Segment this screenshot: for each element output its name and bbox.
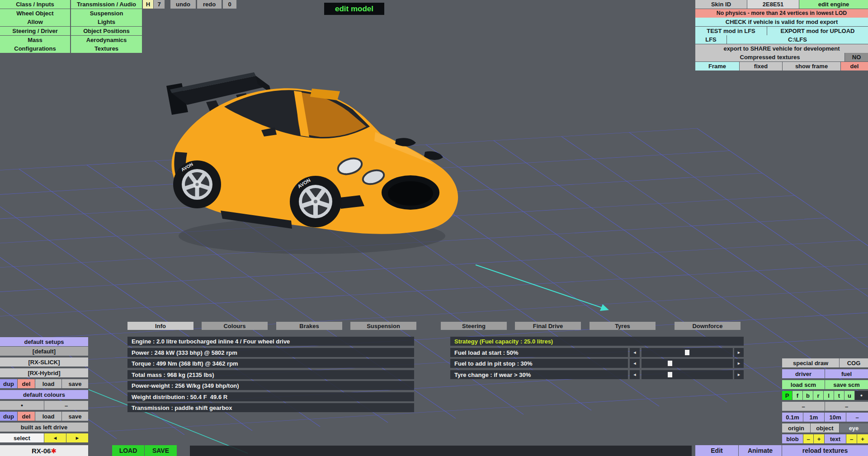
layer-toggle-u[interactable]: u	[844, 391, 854, 400]
text-plus-button[interactable]: +	[857, 434, 868, 443]
menu-textures[interactable]: Textures	[71, 44, 142, 53]
fuel-pit-decrease-button[interactable]: ◄	[630, 359, 640, 368]
vehicle-model[interactable]: AVON AVON	[163, 63, 470, 262]
text-button[interactable]: text	[825, 434, 846, 443]
blob-plus-button[interactable]: +	[814, 434, 824, 443]
fuel-pit-increase-button[interactable]: ►	[734, 359, 744, 368]
frame-button[interactable]: Frame	[695, 62, 739, 71]
tab-downforce[interactable]: Downforce	[675, 322, 741, 330]
menu-class-inputs[interactable]: Class / Inputs	[0, 0, 70, 9]
colour-dot-button[interactable]: ●	[0, 401, 44, 410]
slider-handle[interactable]	[668, 361, 672, 366]
setup-del-button[interactable]: del	[18, 379, 35, 388]
menu-suspension[interactable]: Suspension	[71, 9, 142, 18]
grid-size-0-1m[interactable]: 0.1m	[782, 413, 803, 422]
load-scm-button[interactable]: load scm	[782, 380, 825, 389]
load-vehicle-button[interactable]: LOAD	[112, 445, 144, 456]
menu-lights[interactable]: Lights	[71, 18, 142, 26]
test-mod-button[interactable]: TEST mod in LFS	[695, 27, 767, 35]
share-export-button[interactable]: export to SHARE vehicle for development	[695, 44, 868, 53]
frame-fixed-button[interactable]: fixed	[740, 62, 782, 71]
tab-final-drive[interactable]: Final Drive	[515, 322, 581, 330]
frame-delete-button[interactable]: del	[841, 62, 868, 71]
slider-handle[interactable]	[685, 350, 689, 355]
fuel-start-increase-button[interactable]: ►	[734, 348, 744, 357]
tyre-change-increase-button[interactable]: ►	[734, 370, 744, 379]
colour-load-button[interactable]: load	[35, 412, 61, 421]
menu-aerodynamics[interactable]: Aerodynamics	[71, 36, 142, 44]
special-draw-button[interactable]: special draw	[782, 358, 839, 367]
dash-right-button[interactable]: –	[825, 402, 868, 411]
menu-configurations[interactable]: Configurations	[0, 44, 70, 53]
default-colours-header[interactable]: default colours	[0, 390, 88, 399]
view-eye-button[interactable]: eye	[840, 423, 868, 432]
menu-steering-driver[interactable]: Steering / Driver	[0, 27, 70, 35]
tab-suspension[interactable]: Suspension	[350, 322, 416, 330]
layer-toggle-r[interactable]: r	[813, 391, 823, 400]
layer-toggle-t[interactable]: t	[834, 391, 844, 400]
tab-brakes[interactable]: Brakes	[276, 322, 342, 330]
colour-del-button[interactable]: del	[18, 412, 35, 421]
edit-engine-button[interactable]: edit engine	[799, 0, 868, 9]
fuel-pit-slider[interactable]	[642, 359, 733, 368]
edit-mode-button[interactable]: Edit	[695, 445, 738, 456]
dash-left-button[interactable]: –	[782, 402, 825, 411]
setup-dup-button[interactable]: dup	[0, 379, 17, 388]
fuel-button[interactable]: fuel	[825, 369, 868, 378]
text-minus-button[interactable]: –	[846, 434, 857, 443]
colour-dup-button[interactable]: dup	[0, 412, 17, 421]
setup-load-button[interactable]: load	[35, 379, 61, 388]
edit-model-button[interactable]: edit model	[324, 3, 384, 15]
grid-size-10m[interactable]: 10m	[825, 413, 846, 422]
grid-size-off[interactable]: –	[846, 413, 868, 422]
setup-item-rx-hybrid[interactable]: [RX-Hybrid]	[0, 368, 88, 377]
menu-wheel-object[interactable]: Wheel Object	[0, 9, 70, 18]
save-vehicle-button[interactable]: SAVE	[145, 445, 177, 456]
vehicle-name-button[interactable]: RX-06✱	[0, 445, 88, 456]
skin-id-value[interactable]: 2E8E51	[747, 0, 799, 9]
tab-colours[interactable]: Colours	[202, 322, 268, 330]
cog-button[interactable]: COG	[840, 358, 868, 367]
lfs-button[interactable]: LFS	[695, 35, 726, 44]
save-scm-button[interactable]: save scm	[825, 380, 868, 389]
layer-toggle-f[interactable]: f	[793, 391, 802, 400]
view-object-button[interactable]: object	[811, 423, 839, 432]
tyre-change-decrease-button[interactable]: ◄	[630, 370, 640, 379]
tab-steering[interactable]: Steering	[441, 322, 507, 330]
menu-object-positions[interactable]: Object Positions	[71, 27, 142, 35]
layer-toggle-b[interactable]: b	[803, 391, 813, 400]
select-next-button[interactable]: ►	[66, 433, 88, 442]
driver-button[interactable]: driver	[782, 369, 825, 378]
show-frame-button[interactable]: show frame	[783, 62, 840, 71]
colour-save-button[interactable]: save	[62, 412, 88, 421]
select-prev-button[interactable]: ◄	[44, 433, 66, 442]
undo-button[interactable]: undo	[170, 0, 196, 9]
tab-info[interactable]: Info	[127, 322, 193, 330]
tyre-change-slider[interactable]	[642, 370, 733, 379]
menu-allow[interactable]: Allow	[0, 18, 70, 26]
menu-mass[interactable]: Mass	[0, 36, 70, 44]
tab-tyres[interactable]: Tyres	[590, 322, 656, 330]
animate-mode-button[interactable]: Animate	[739, 445, 782, 456]
default-setups-header[interactable]: default setups	[0, 337, 88, 346]
blob-button[interactable]: blob	[782, 434, 803, 443]
built-as-left-drive[interactable]: built as left drive	[0, 423, 88, 432]
select-button[interactable]: select	[0, 433, 44, 442]
slider-handle[interactable]	[668, 372, 672, 377]
colour-dash-button[interactable]: –	[44, 401, 88, 410]
history-h-button[interactable]: H	[143, 0, 153, 9]
lfs-path[interactable]: C:\LFS	[727, 35, 868, 44]
layer-toggle-l[interactable]: l	[824, 391, 834, 400]
setup-item-default[interactable]: [default]	[0, 347, 88, 356]
fuel-start-decrease-button[interactable]: ◄	[630, 348, 640, 357]
fuel-start-slider[interactable]	[642, 348, 733, 357]
view-origin-button[interactable]: origin	[782, 423, 810, 432]
check-vehicle-button[interactable]: CHECK if vehicle is valid for mod export	[695, 18, 868, 26]
grid-size-1m[interactable]: 1m	[803, 413, 824, 422]
layer-toggle-p[interactable]: P	[782, 391, 792, 400]
compressed-textures-toggle[interactable]: NO	[845, 53, 868, 61]
setup-item-rx-slick[interactable]: [RX-SLICK]	[0, 357, 88, 367]
redo-button[interactable]: redo	[197, 0, 222, 9]
menu-transmission-audio[interactable]: Transmission / Audio	[71, 0, 142, 9]
blob-minus-button[interactable]: –	[803, 434, 813, 443]
